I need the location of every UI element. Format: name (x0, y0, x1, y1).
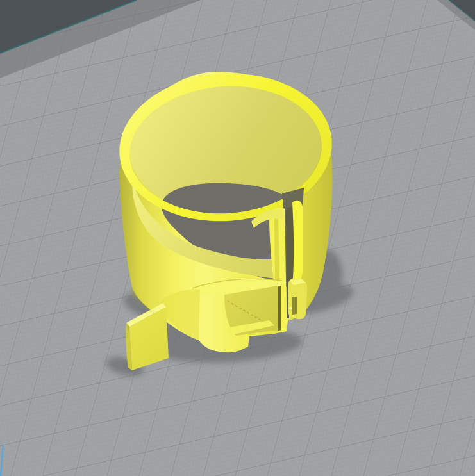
clip-tab-notch (292, 297, 297, 315)
clip-tab-glint (289, 307, 292, 309)
viewport-canvas[interactable] (0, 0, 475, 476)
bracket-strip-slit (278, 286, 281, 331)
slicer-3d-viewport[interactable] (0, 0, 475, 476)
clip-tab (288, 278, 307, 319)
slit-outer-wall-edge (292, 201, 303, 286)
